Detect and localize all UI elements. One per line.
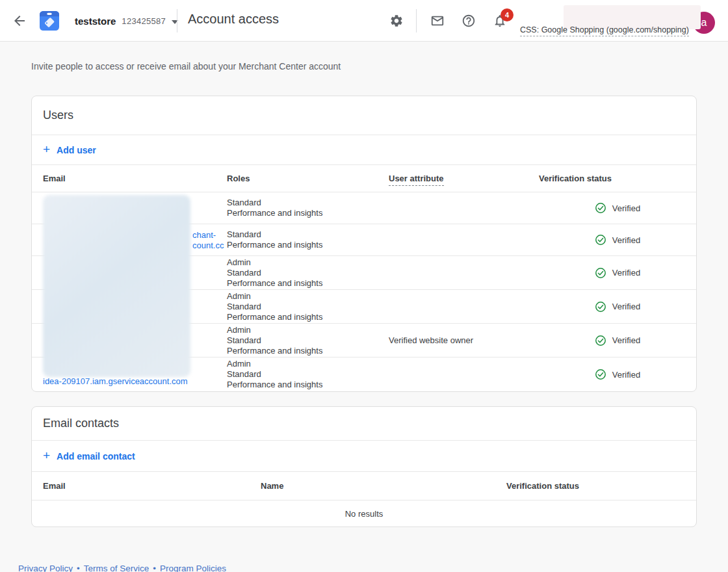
verified-check-icon (595, 202, 606, 214)
user-email-cell: idea-209107.iam.gserviceaccount.com (43, 358, 227, 391)
col-roles: Roles (227, 174, 389, 183)
user-attribute (389, 192, 539, 224)
verification-status-cell: Verified (539, 290, 696, 323)
plus-icon: + (43, 143, 50, 155)
users-table-header: Email Roles User attribute Verification … (32, 165, 696, 192)
bullet-separator: • (77, 564, 80, 572)
add-email-contact-button[interactable]: + Add email contact (43, 450, 135, 462)
verification-status-cell: Verified (539, 256, 696, 289)
table-row: idea-209107.iam.gserviceaccount.com Admi… (32, 358, 696, 391)
program-policies-link[interactable]: Program Policies (160, 564, 226, 572)
user-attribute-tooltip-trigger[interactable]: User attribute (389, 174, 444, 186)
col-name: Name (261, 481, 506, 491)
verification-status-label: Verified (612, 302, 640, 311)
verification-status-label: Verified (612, 370, 640, 380)
notification-count-badge: 4 (500, 8, 514, 21)
plus-icon: + (43, 449, 50, 462)
account-switcher[interactable]: teststore 123425587 (75, 0, 178, 42)
verification-status-label: Verified (612, 203, 640, 213)
store-id: 123425587 (122, 16, 166, 26)
header-divider (177, 9, 177, 32)
help-icon[interactable] (462, 14, 476, 28)
verified-check-icon (595, 234, 606, 246)
privacy-policy-link[interactable]: Privacy Policy (18, 564, 73, 572)
settings-gear-icon[interactable] (389, 14, 404, 28)
mail-icon[interactable] (430, 14, 445, 28)
verified-check-icon (595, 335, 606, 346)
user-email-cell (43, 290, 227, 323)
user-attribute (389, 224, 539, 255)
user-roles: AdminStandardPerformance and insights (227, 256, 389, 289)
add-user-row: + Add user (32, 135, 696, 165)
add-email-contact-label: Add email contact (57, 451, 135, 462)
user-email-cell (43, 192, 227, 224)
user-roles: AdminStandardPerformance and insights (227, 324, 389, 357)
user-roles: StandardPerformance and insights (227, 224, 389, 255)
contacts-table-header: Email Name Verification status (32, 472, 696, 500)
user-email-link[interactable]: idea-209107.iam.gserviceaccount.com (43, 376, 227, 387)
verification-status-cell: Verified (539, 324, 696, 357)
col-email: Email (43, 481, 261, 491)
header-divider (416, 9, 417, 32)
user-email-link[interactable]: chant- (192, 230, 224, 240)
user-roles: AdminStandardPerformance and insights (227, 358, 389, 391)
table-row: AdminStandardPerformance and insights Ve… (32, 324, 696, 358)
contacts-title: Email contacts (43, 417, 119, 430)
verified-check-icon (595, 301, 606, 313)
verified-check-icon (595, 369, 606, 380)
table-row: StandardPerformance and insights Verifie… (32, 192, 696, 224)
terms-of-service-link[interactable]: Terms of Service (84, 564, 150, 572)
verification-status-label: Verified (612, 235, 640, 245)
css-program-label[interactable]: CSS: Google Shopping (google.com/shoppin… (520, 25, 689, 36)
users-card: Users + Add user Email Roles User attrib… (31, 96, 697, 392)
users-table-body: StandardPerformance and insights Verifie… (32, 192, 696, 391)
user-attribute (389, 358, 539, 391)
col-email: Email (43, 174, 227, 183)
intro-text: Invite people to access or receive email… (31, 61, 697, 72)
user-email-cell (43, 324, 227, 357)
user-roles: StandardPerformance and insights (227, 192, 389, 224)
users-title: Users (43, 109, 73, 122)
verification-status-label: Verified (612, 335, 640, 345)
verification-status-label: Verified (612, 268, 640, 278)
add-contact-row: + Add email contact (32, 441, 696, 472)
merchant-center-logo (40, 11, 59, 31)
table-row: chant-count.cc StandardPerformance and i… (32, 224, 696, 256)
email-contacts-card: Email contacts + Add email contact Email… (31, 406, 697, 527)
page-title: Account access (188, 12, 279, 27)
col-verification-status: Verification status (506, 481, 696, 491)
user-attribute (389, 256, 539, 289)
user-roles: AdminStandardPerformance and insights (227, 290, 389, 323)
col-user-attribute: User attribute (389, 174, 539, 183)
table-row: AdminStandardPerformance and insights Ve… (32, 256, 696, 290)
user-email-cell: chant-count.cc (43, 224, 227, 255)
verified-check-icon (595, 267, 606, 279)
verification-status-cell: Verified (539, 192, 696, 224)
user-email-cell (43, 256, 227, 289)
user-attribute: Verified website owner (389, 324, 539, 357)
users-card-header: Users (32, 96, 696, 135)
user-attribute (389, 290, 539, 323)
footer-links: Privacy Policy•Terms of Service•Program … (18, 564, 728, 572)
top-app-bar: teststore 123425587 Account access 4 a C… (0, 0, 728, 42)
user-email-link[interactable]: count.cc (192, 240, 224, 251)
back-arrow-icon[interactable] (12, 13, 27, 29)
table-row: AdminStandardPerformance and insights Ve… (32, 290, 696, 324)
store-name: teststore (75, 16, 116, 27)
bullet-separator: • (153, 564, 156, 572)
verification-status-cell: Verified (539, 224, 696, 255)
contacts-card-header: Email contacts (32, 407, 696, 441)
add-user-button[interactable]: + Add user (43, 144, 96, 156)
col-verification-status: Verification status (539, 174, 696, 183)
add-user-label: Add user (57, 145, 96, 155)
verification-status-cell: Verified (539, 358, 696, 391)
no-results-message: No results (32, 500, 696, 526)
